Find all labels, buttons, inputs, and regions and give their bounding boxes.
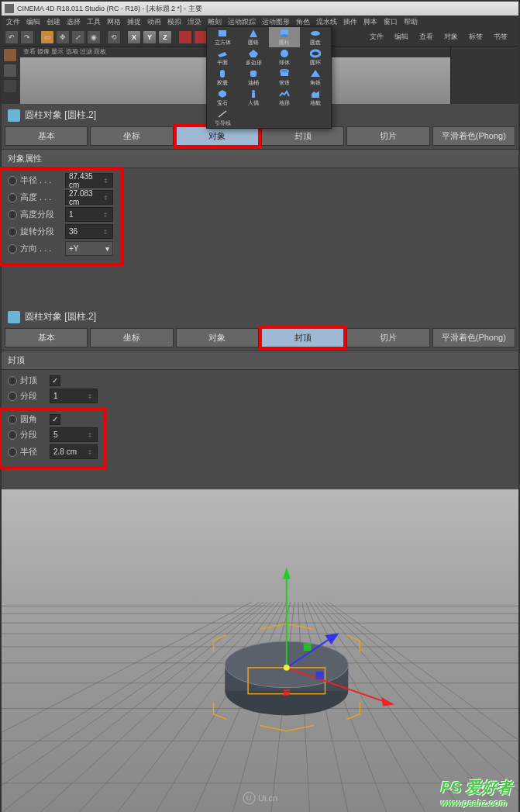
menu-item[interactable]: 创建 bbox=[46, 17, 60, 27]
menu-item[interactable]: 插件 bbox=[343, 17, 357, 27]
spinner-icon[interactable]: ‡ bbox=[86, 431, 94, 438]
menu-item[interactable]: 编辑 bbox=[26, 17, 40, 27]
anim-dot-icon[interactable] bbox=[8, 392, 17, 401]
prim-pyramid[interactable]: 角锥 bbox=[300, 67, 331, 88]
model-mode-icon[interactable] bbox=[3, 64, 17, 78]
toolbar-right-item[interactable]: 查看 bbox=[419, 32, 433, 42]
menu-item[interactable]: 捕捉 bbox=[127, 17, 141, 27]
prim-polygon[interactable]: 多边形 bbox=[238, 47, 269, 67]
menu-item[interactable]: 脚本 bbox=[363, 17, 377, 27]
spinner-icon[interactable]: ‡ bbox=[102, 177, 109, 184]
menu-item[interactable]: 帮助 bbox=[404, 17, 418, 27]
prim-plane[interactable]: 平面 bbox=[207, 47, 238, 67]
tab-caps[interactable]: 封顶 bbox=[261, 328, 344, 347]
anim-dot-icon[interactable] bbox=[8, 430, 17, 440]
prim-cube[interactable]: 立方体 bbox=[207, 27, 238, 47]
radius-input[interactable]: 87.435 cm‡ bbox=[65, 173, 113, 188]
redo-icon[interactable]: ↷ bbox=[20, 30, 34, 44]
tab-coord[interactable]: 坐标 bbox=[90, 126, 173, 146]
anim-dot-icon[interactable] bbox=[8, 210, 17, 219]
attribute-tabs: 基本 坐标 对象 封顶 切片 平滑着色(Phong) bbox=[2, 328, 518, 351]
prim-cone[interactable]: 圆锥 bbox=[238, 27, 269, 47]
menu-item[interactable]: 窗口 bbox=[384, 17, 398, 27]
prim-landscape[interactable]: 地形 bbox=[269, 88, 300, 108]
tab-object[interactable]: 对象 bbox=[176, 328, 259, 347]
menu-item[interactable]: 运动图形 bbox=[262, 17, 290, 27]
prim-capsule[interactable]: 胶囊 bbox=[207, 67, 238, 88]
tab-slice[interactable]: 切片 bbox=[346, 328, 429, 347]
prim-disc[interactable]: 圆盘 bbox=[300, 27, 331, 47]
anim-dot-icon[interactable] bbox=[8, 244, 17, 254]
render-icon[interactable] bbox=[178, 30, 192, 44]
rotate-tool-icon[interactable]: ◉ bbox=[87, 30, 101, 44]
menu-item[interactable]: 渲染 bbox=[188, 17, 201, 27]
fillet-checkbox[interactable]: ✓ bbox=[50, 414, 60, 425]
tab-basic[interactable]: 基本 bbox=[5, 328, 88, 347]
tab-object[interactable]: 对象 bbox=[176, 126, 259, 146]
prim-figure[interactable]: 人偶 bbox=[238, 88, 269, 108]
menu-item[interactable]: 角色 bbox=[296, 17, 310, 27]
menu-item[interactable]: 运动跟踪 bbox=[228, 17, 256, 27]
texture-mode-icon[interactable] bbox=[3, 79, 17, 93]
x-axis-icon[interactable]: X bbox=[127, 30, 141, 44]
anim-dot-icon[interactable] bbox=[8, 227, 17, 237]
menu-item[interactable]: 选择 bbox=[67, 17, 81, 27]
menu-item[interactable]: 网格 bbox=[107, 17, 121, 27]
spinner-icon[interactable]: ‡ bbox=[86, 392, 94, 399]
tab-phong[interactable]: 平滑着色(Phong) bbox=[432, 126, 515, 146]
menu-item[interactable]: 文件 bbox=[6, 17, 20, 27]
spinner-icon[interactable]: ‡ bbox=[102, 211, 109, 218]
cylinder-object-icon bbox=[8, 311, 20, 323]
cap-segments-input[interactable]: 1‡ bbox=[50, 389, 98, 403]
height-segments-input[interactable]: 1‡ bbox=[65, 207, 113, 222]
prim-guide[interactable]: 引导线 bbox=[207, 108, 238, 128]
height-input[interactable]: 27.083 cm‡ bbox=[65, 190, 113, 205]
spinner-icon[interactable]: ‡ bbox=[86, 448, 94, 455]
menu-item[interactable]: 工具 bbox=[87, 17, 101, 27]
toolbar-right-item[interactable]: 书签 bbox=[494, 32, 508, 42]
menu-item[interactable]: 流水线 bbox=[316, 17, 337, 27]
prim-platonic[interactable]: 宝石 bbox=[207, 88, 238, 108]
move-tool-icon[interactable]: ✥ bbox=[56, 30, 70, 44]
prim-tube[interactable]: 管道 bbox=[269, 67, 300, 88]
attribute-panel-caps: 圆柱对象 [圆柱.2] 基本 坐标 对象 封顶 切片 平滑着色(Phong) 封… bbox=[2, 306, 518, 489]
caps-checkbox[interactable]: ✓ bbox=[50, 375, 60, 386]
prim-oiltank[interactable]: 油桶 bbox=[238, 67, 269, 88]
toolbar-right-item[interactable]: 标签 bbox=[469, 32, 483, 42]
make-editable-icon[interactable] bbox=[3, 48, 17, 62]
z-axis-icon[interactable]: Z bbox=[158, 30, 172, 44]
toolbar-right-item[interactable]: 对象 bbox=[444, 32, 458, 42]
prim-relief[interactable]: 地貌 bbox=[300, 88, 331, 108]
viewport-3d[interactable]: U Ui.cn PS 爱好者 www.psahz.com bbox=[2, 489, 518, 812]
anim-dot-icon[interactable] bbox=[8, 193, 17, 202]
y-axis-icon[interactable]: Y bbox=[143, 30, 157, 44]
anim-dot-icon[interactable] bbox=[8, 415, 17, 424]
fillet-segments-input[interactable]: 5‡ bbox=[50, 427, 98, 442]
direction-select[interactable]: +Y▾ bbox=[65, 241, 113, 256]
tab-phong[interactable]: 平滑着色(Phong) bbox=[432, 328, 515, 347]
tab-slice[interactable]: 切片 bbox=[346, 126, 429, 146]
menu-item[interactable]: 模拟 bbox=[167, 17, 181, 27]
tab-basic[interactable]: 基本 bbox=[5, 126, 88, 146]
history-icon[interactable]: ⟲ bbox=[107, 30, 121, 44]
uicn-watermark: U Ui.cn bbox=[243, 792, 277, 804]
fillet-radius-input[interactable]: 2.8 cm‡ bbox=[50, 444, 98, 459]
spinner-icon[interactable]: ‡ bbox=[102, 194, 109, 201]
tab-coord[interactable]: 坐标 bbox=[90, 328, 173, 347]
tab-caps[interactable]: 封顶 bbox=[261, 126, 344, 146]
toolbar-right-item[interactable]: 编辑 bbox=[394, 32, 408, 42]
prim-torus[interactable]: 圆环 bbox=[300, 47, 331, 67]
menu-item[interactable]: 雕刻 bbox=[208, 17, 222, 27]
undo-icon[interactable]: ↶ bbox=[5, 30, 19, 44]
anim-dot-icon[interactable] bbox=[8, 376, 17, 385]
toolbar-right-item[interactable]: 文件 bbox=[370, 32, 384, 42]
anim-dot-icon[interactable] bbox=[8, 176, 17, 185]
scale-tool-icon[interactable]: ⤢ bbox=[71, 30, 85, 44]
rotation-segments-input[interactable]: 36‡ bbox=[65, 224, 113, 239]
prim-cylinder[interactable]: 圆柱 bbox=[269, 27, 300, 47]
spinner-icon[interactable]: ‡ bbox=[102, 228, 109, 235]
prim-sphere[interactable]: 球体 bbox=[269, 47, 300, 67]
anim-dot-icon[interactable] bbox=[8, 447, 17, 457]
select-tool-icon[interactable]: ▭ bbox=[40, 30, 54, 44]
menu-item[interactable]: 动画 bbox=[147, 17, 161, 27]
